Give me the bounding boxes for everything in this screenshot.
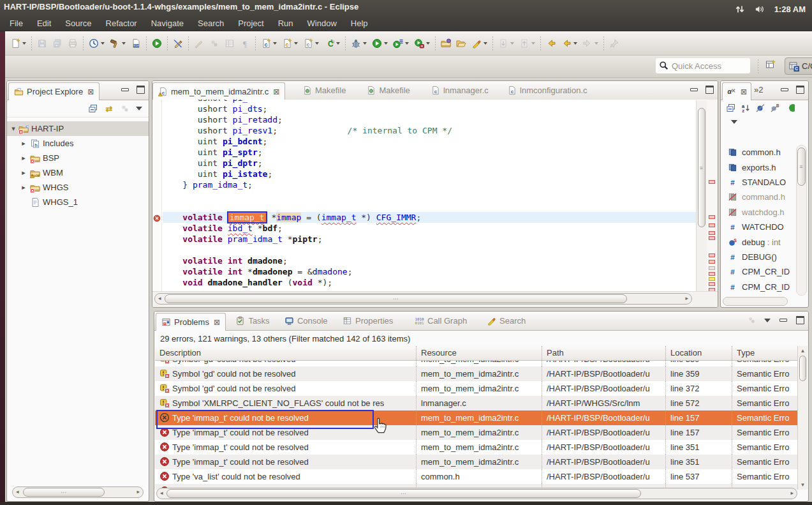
tree-item-whgs[interactable]: ▸WHGS: [7, 180, 149, 195]
outline-item-common-h[interactable]: common.h: [721, 145, 797, 160]
outline-item-exports-h[interactable]: exports.h: [721, 160, 797, 174]
menu-search[interactable]: Search: [191, 17, 231, 31]
dropdown-caret-icon[interactable]: [510, 42, 514, 45]
more-views-label[interactable]: »2: [754, 85, 763, 94]
view-menu-icon[interactable]: [136, 107, 142, 110]
dropdown-caret-icon[interactable]: [531, 42, 535, 45]
link-with-editor-icon[interactable]: ⇄: [104, 103, 114, 114]
perspective-c-button[interactable]: C C/C++: [785, 57, 812, 75]
collapsed-arrow-icon[interactable]: ▸: [20, 154, 27, 162]
error-overview-mark[interactable]: [709, 231, 715, 235]
search-button[interactable]: [469, 35, 489, 52]
code-area[interactable]: ushort pi_ ushort pi_dts; ushort pi_reta…: [163, 100, 696, 293]
dropdown-caret-icon[interactable]: [405, 42, 409, 45]
collapse-all-icon[interactable]: [726, 103, 736, 113]
dropdown-caret-icon[interactable]: [426, 42, 430, 45]
outline-item-watchdo[interactable]: #WATCHDO: [721, 220, 797, 234]
outline-item-watchdog-h[interactable]: watchdog.h: [721, 205, 797, 220]
maximize-button[interactable]: [136, 85, 145, 94]
dropdown-caret-icon[interactable]: [122, 42, 126, 45]
tab-problems[interactable]: Problems⊠: [156, 313, 226, 331]
code-line[interactable]: volatile int *dmadonep = &dmadone;: [163, 266, 696, 277]
error-marker-icon[interactable]: [153, 215, 161, 222]
binary-button[interactable]: 010: [129, 35, 143, 52]
editor-tab-mem_to_mem_idma2intr.c[interactable]: cmem_to_mem_idma2intr.c⊠: [152, 82, 285, 100]
rebuild-index-button[interactable]: C↻: [322, 35, 342, 52]
tab-project-explorer[interactable]: Project Explore ⊠: [8, 82, 100, 100]
new-button[interactable]: [8, 35, 28, 52]
problems-row[interactable]: Type 'immap_t' could not be resolvedmem_…: [155, 455, 798, 469]
scrollbar-thumb[interactable]: [799, 356, 806, 381]
problems-row[interactable]: Type 'immap_t' could not be resolvedmem_…: [155, 440, 798, 455]
code-line[interactable]: } pram_idma_t;: [163, 179, 696, 190]
maximize-button[interactable]: [795, 85, 805, 94]
code-line[interactable]: volatile int dmadone;: [163, 255, 696, 266]
scroll-down-icon[interactable]: ▼: [798, 481, 808, 489]
tree-item-hart-ip[interactable]: ▾CHART-IP: [7, 121, 149, 136]
editor-tab-lnmconfiguration.c[interactable]: clnmconfiguration.c: [501, 81, 593, 100]
mark-occurrences-button[interactable]: [171, 35, 185, 52]
error-overview-mark[interactable]: [709, 215, 715, 219]
last-edit-location-button[interactable]: [544, 35, 558, 52]
code-line[interactable]: uint pi_sptr;: [163, 147, 696, 158]
problems-vscrollbar[interactable]: ▲ ▼: [797, 346, 808, 490]
column-header-resource[interactable]: Resource: [417, 346, 542, 360]
tab-properties[interactable]: Properties: [337, 312, 399, 330]
editor-tab-lnmanager.c[interactable]: clnmanager.c: [425, 81, 494, 100]
code-line[interactable]: uint pi_dptr;: [163, 158, 696, 169]
scrollbar-thumb[interactable]: ⋯: [166, 489, 641, 498]
hide-static-icon[interactable]: S: [770, 103, 780, 113]
menu-navigate[interactable]: Navigate: [144, 17, 191, 31]
network-indicator-icon[interactable]: [735, 4, 745, 14]
scroll-left-icon[interactable]: ◂: [16, 488, 19, 496]
collapsed-arrow-icon[interactable]: ▸: [20, 183, 27, 192]
menu-run[interactable]: Run: [271, 17, 300, 31]
new-c-file-button[interactable]: c: [259, 35, 279, 52]
code-line[interactable]: [163, 190, 696, 201]
code-line[interactable]: ushort pi_resv1; /* internal to CPM */: [163, 125, 696, 136]
column-header-location[interactable]: Location: [666, 346, 732, 360]
scroll-right-icon[interactable]: ▸: [790, 489, 794, 497]
code-line[interactable]: volatile pram_idma_t *piptr;: [163, 234, 696, 245]
code-line[interactable]: volatile ibd_t *bdf;: [163, 223, 696, 234]
scroll-up-icon[interactable]: ▲: [798, 347, 808, 355]
problems-row[interactable]: Type 'immap_t' could not be resolvedmem_…: [155, 411, 798, 425]
tree-item-whgs_1[interactable]: WHGS_1: [7, 195, 149, 209]
error-overview-mark[interactable]: [709, 272, 715, 276]
scrollbar-thumb[interactable]: ≡: [797, 147, 806, 186]
error-overview-mark[interactable]: [709, 282, 715, 286]
problems-row[interactable]: Type 'va_list' could not be resolvedcomm…: [155, 469, 798, 484]
hide-non-public-icon[interactable]: [785, 103, 795, 113]
dropdown-caret-icon[interactable]: [273, 42, 277, 45]
menu-project[interactable]: Project: [231, 17, 270, 31]
sort-icon[interactable]: az: [741, 103, 751, 113]
dropdown-caret-icon[interactable]: [363, 42, 367, 45]
column-header-type[interactable]: Type: [732, 346, 798, 360]
close-icon[interactable]: ⊠: [214, 318, 220, 327]
problems-row[interactable]: Symbol 'XMLRPC_CLIENT_NO_FLAGS' could no…: [155, 396, 798, 411]
error-overview-mark[interactable]: [709, 180, 715, 184]
view-menu-icon[interactable]: [764, 319, 771, 322]
code-line[interactable]: [163, 245, 696, 255]
dropdown-caret-icon[interactable]: [22, 42, 26, 45]
error-overview-mark[interactable]: [709, 223, 715, 227]
scroll-left-icon[interactable]: ◂: [158, 294, 161, 303]
code-line[interactable]: uint pi_istate;: [163, 169, 696, 179]
dropdown-caret-icon[interactable]: [484, 42, 487, 45]
code-line[interactable]: ushort pi_dts;: [163, 103, 696, 114]
outline-item-cpm-cr-id[interactable]: #CPM_CR_ID: [721, 280, 797, 294]
expanded-arrow-icon[interactable]: ▾: [10, 124, 17, 133]
error-overview-mark[interactable]: [709, 253, 715, 257]
tree-item-bsp[interactable]: ▸BSP: [7, 151, 149, 165]
dropdown-caret-icon[interactable]: [594, 42, 598, 45]
code-line[interactable]: [163, 201, 696, 212]
external-tools-button[interactable]: [391, 35, 411, 52]
launch-config-button[interactable]: [87, 35, 107, 52]
collapsed-arrow-icon[interactable]: ▸: [20, 169, 27, 177]
tab-outline[interactable]: α ⊠: [722, 82, 751, 100]
error-overview-mark[interactable]: [709, 260, 715, 264]
open-perspective-button[interactable]: [765, 59, 776, 69]
dropdown-caret-icon[interactable]: [294, 42, 298, 45]
volume-indicator-icon[interactable]: [755, 4, 765, 14]
outline-item-cpm-cr-id[interactable]: #CPM_CR_ID: [721, 264, 797, 279]
